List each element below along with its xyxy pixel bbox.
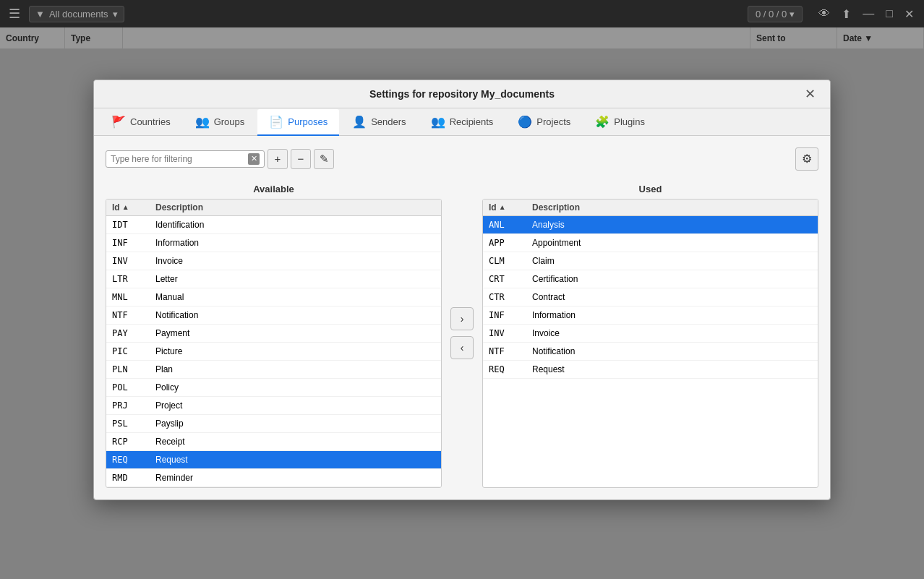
cell-desc: Policy (155, 382, 435, 393)
modal-close-button[interactable]: ✕ (802, 87, 818, 100)
table-row[interactable]: NTF Notification (483, 343, 818, 361)
table-row[interactable]: INF Information (483, 306, 818, 325)
filter-input[interactable] (111, 154, 245, 164)
tab-countries[interactable]: 🚩 Countries (100, 109, 182, 136)
cell-id: PRJ (112, 400, 155, 411)
tab-plugins-label: Plugins (614, 116, 645, 127)
available-desc-header: Description (155, 202, 435, 213)
cell-desc: Contract (532, 292, 812, 302)
table-row[interactable]: PIC Picture (106, 343, 441, 361)
cell-desc: Project (155, 400, 435, 411)
cell-desc: Appointment (532, 238, 812, 248)
table-row[interactable]: INV Invoice (483, 325, 818, 343)
cell-desc: Receipt (155, 437, 435, 447)
table-row[interactable]: CLM Claim (483, 252, 818, 270)
cell-id: PLN (112, 364, 155, 374)
cell-id: PIC (112, 346, 155, 356)
cell-desc: Claim (532, 256, 812, 266)
cell-desc: Request (532, 364, 812, 374)
tab-projects[interactable]: 🔵 Projects (506, 109, 582, 136)
cell-desc: Information (155, 238, 435, 248)
used-panel: Used Id ▲ Description ANL Analysis APP A… (482, 179, 818, 488)
tab-groups-label: Groups (214, 116, 245, 127)
tab-plugins[interactable]: 🧩 Plugins (583, 109, 656, 136)
available-label: Available (106, 179, 442, 199)
cell-id: IDT (112, 220, 155, 230)
table-row[interactable]: PRJ Project (106, 397, 441, 415)
tab-projects-label: Projects (536, 116, 570, 127)
table-row[interactable]: PLN Plan (106, 361, 441, 379)
table-row[interactable]: REQ Request (483, 361, 818, 379)
cell-desc: Invoice (155, 256, 435, 266)
cell-id: RMD (112, 473, 155, 483)
tabs-bar: 🚩 Countries 👥 Groups 📄 Purposes 👤 Sender… (94, 108, 830, 136)
table-row[interactable]: ANL Analysis (483, 216, 818, 234)
projects-icon: 🔵 (518, 115, 532, 129)
tab-senders-label: Senders (371, 116, 406, 127)
used-table-header: Id ▲ Description (483, 200, 818, 216)
used-desc-header: Description (532, 202, 812, 213)
table-row[interactable]: APP Appointment (483, 234, 818, 252)
cell-id: RCP (112, 437, 155, 447)
cell-id: PAY (112, 328, 155, 338)
table-row[interactable]: MNL Manual (106, 288, 441, 306)
table-row[interactable]: PSL Payslip (106, 415, 441, 433)
table-row[interactable]: REQ Request (106, 451, 441, 469)
panels: Available Id ▲ Description IDT Identific… (106, 179, 818, 488)
cell-id: APP (489, 238, 532, 248)
table-row[interactable]: PAY Payment (106, 325, 441, 343)
modal-body: ✕ + − ✎ ⚙ Available Id ▲ (94, 136, 830, 499)
cell-id: NTF (489, 346, 532, 356)
plugins-icon: 🧩 (595, 115, 609, 129)
cell-id: REQ (489, 364, 532, 374)
tab-recipients-label: Recipients (450, 116, 494, 127)
cell-id: INF (112, 238, 155, 248)
cell-desc: Identification (155, 220, 435, 230)
table-row[interactable]: CRT Certification (483, 270, 818, 288)
cell-desc: Picture (155, 346, 435, 356)
modal-overlay: Settings for repository My_documents ✕ 🚩… (0, 0, 924, 579)
cell-desc: Plan (155, 364, 435, 374)
table-row[interactable]: CTR Contract (483, 288, 818, 306)
modal-title: Settings for repository My_documents (343, 88, 581, 100)
cell-desc: Letter (155, 274, 435, 284)
cell-desc: Request (155, 455, 435, 465)
edit-button[interactable]: ✎ (314, 149, 334, 169)
add-button[interactable]: + (268, 149, 288, 169)
available-table-header: Id ▲ Description (106, 200, 441, 216)
cell-desc: Payment (155, 328, 435, 338)
tab-purposes-label: Purposes (288, 116, 328, 127)
table-row[interactable]: LTR Letter (106, 270, 441, 288)
transfer-backward-button[interactable]: ‹ (450, 336, 474, 359)
table-row[interactable]: INF Information (106, 234, 441, 252)
modal-header: Settings for repository My_documents ✕ (94, 80, 830, 108)
table-row[interactable]: RCP Receipt (106, 433, 441, 451)
table-settings-button[interactable]: ⚙ (795, 147, 818, 171)
table-row[interactable]: NTF Notification (106, 306, 441, 325)
cell-desc: Notification (155, 310, 435, 320)
recipients-icon: 👥 (431, 115, 445, 129)
cell-desc: Information (532, 310, 812, 320)
cell-id: MNL (112, 292, 155, 302)
cell-id: INF (489, 310, 532, 320)
toolbar: ✕ + − ✎ ⚙ (106, 147, 818, 171)
transfer-forward-button[interactable]: › (450, 307, 474, 330)
transfer-buttons: › ‹ (448, 179, 476, 488)
table-row[interactable]: INV Invoice (106, 252, 441, 270)
remove-button[interactable]: − (291, 149, 311, 169)
tab-countries-label: Countries (130, 116, 171, 127)
purposes-icon: 📄 (269, 115, 283, 129)
tab-recipients[interactable]: 👥 Recipients (419, 109, 505, 136)
available-panel: Available Id ▲ Description IDT Identific… (106, 179, 442, 488)
table-row[interactable]: POL Policy (106, 379, 441, 397)
cell-desc: Payslip (155, 419, 435, 429)
senders-icon: 👤 (352, 115, 367, 129)
cell-id: CTR (489, 292, 532, 302)
filter-input-wrap[interactable]: ✕ (106, 150, 265, 168)
clear-filter-button[interactable]: ✕ (248, 153, 260, 165)
tab-purposes[interactable]: 📄 Purposes (257, 109, 339, 136)
table-row[interactable]: IDT Identification (106, 216, 441, 234)
tab-groups[interactable]: 👥 Groups (184, 109, 257, 136)
tab-senders[interactable]: 👤 Senders (341, 109, 417, 136)
table-row[interactable]: RMD Reminder (106, 469, 441, 487)
